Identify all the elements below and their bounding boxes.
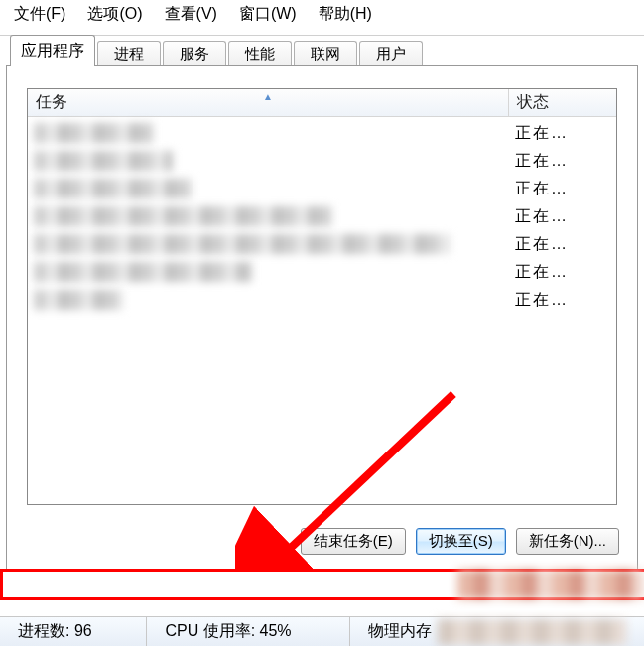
status-bar: 进程数: 96 CPU 使用率: 45% 物理内存 [0,616,644,646]
task-row[interactable]: 正在… [28,119,616,147]
status-cell: 正在… [509,179,616,199]
tab-processes[interactable]: 进程 [97,41,161,66]
task-row[interactable]: 正在… [28,202,616,230]
list-rows: 正在… 正在… 正在… 正在… 正在… [28,117,616,314]
status-cell: 正在… [509,206,616,227]
menu-view[interactable]: 查看(V) [165,4,217,25]
redacted-region [438,619,626,645]
tabs-region: 应用程序 进程 服务 性能 联网 用户 任务 ▲ 状态 正在… [0,35,644,570]
status-cell: 正在… [509,234,616,255]
end-task-button[interactable]: 结束任务(E) [301,528,406,555]
tab-body: 任务 ▲ 状态 正在… 正在… 正在… [6,65,638,570]
task-list[interactable]: 任务 ▲ 状态 正在… 正在… 正在… [27,88,617,505]
switch-to-button[interactable]: 切换至(S) [416,528,506,555]
statusbar-cpu: CPU 使用率: 45% [147,617,350,646]
tab-strip: 应用程序 进程 服务 性能 联网 用户 [0,36,644,65]
menu-bar: 文件(F) 选项(O) 查看(V) 窗口(W) 帮助(H) [0,0,644,33]
redacted-region [457,570,644,599]
tab-performance[interactable]: 性能 [228,41,292,66]
button-row: 结束任务(E) 切换至(S) 新任务(N)... [301,528,619,555]
task-row[interactable]: 正在… [28,175,616,202]
tab-services[interactable]: 服务 [163,41,226,66]
task-row[interactable]: 正在… [28,230,616,258]
menu-window[interactable]: 窗口(W) [239,4,297,25]
tab-users[interactable]: 用户 [359,41,423,66]
status-cell: 正在… [509,262,616,283]
sort-indicator-icon: ▲ [263,91,273,102]
task-row[interactable]: 正在… [28,286,616,314]
status-cell: 正在… [509,151,616,172]
task-row[interactable]: 正在… [28,147,616,175]
menu-file[interactable]: 文件(F) [14,4,65,25]
new-task-button[interactable]: 新任务(N)... [516,528,619,555]
column-task[interactable]: 任务 ▲ [28,89,509,116]
menu-help[interactable]: 帮助(H) [319,4,372,25]
status-cell: 正在… [509,290,616,311]
tab-networking[interactable]: 联网 [294,41,357,66]
column-task-label: 任务 [36,93,67,110]
statusbar-processes: 进程数: 96 [0,617,147,646]
menu-options[interactable]: 选项(O) [87,4,142,25]
statusbar-memory: 物理内存 [350,617,644,646]
tab-applications[interactable]: 应用程序 [10,35,95,66]
status-cell: 正在… [509,123,616,144]
list-header: 任务 ▲ 状态 [28,89,616,117]
column-status[interactable]: 状态 [509,89,616,116]
statusbar-memory-label: 物理内存 [368,621,432,642]
task-row[interactable]: 正在… [28,258,616,286]
